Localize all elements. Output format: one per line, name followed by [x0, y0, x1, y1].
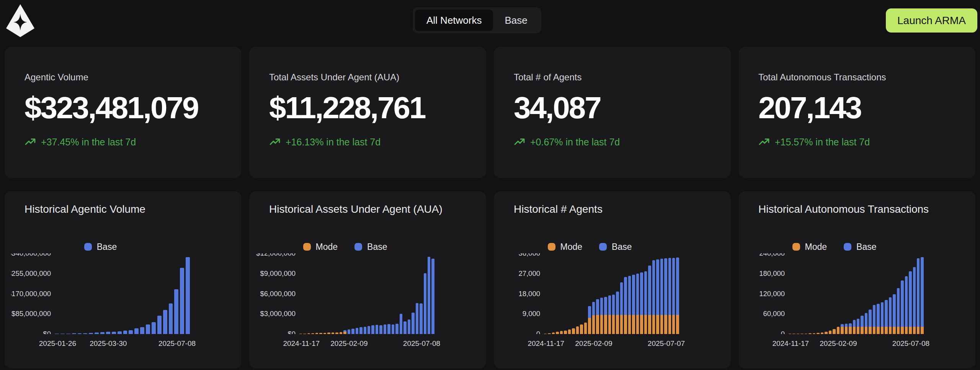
- bar[interactable]: [656, 253, 659, 334]
- bar[interactable]: [624, 253, 627, 334]
- bar[interactable]: [668, 253, 671, 334]
- bar[interactable]: [152, 253, 156, 334]
- bar[interactable]: [186, 253, 190, 334]
- giza-logo[interactable]: [6, 4, 35, 37]
- bar[interactable]: [60, 253, 65, 334]
- bar[interactable]: [95, 253, 99, 334]
- bar[interactable]: [416, 253, 418, 334]
- bar[interactable]: [837, 253, 840, 334]
- bar[interactable]: [805, 253, 807, 334]
- bar[interactable]: [359, 253, 362, 334]
- bar[interactable]: [829, 253, 831, 334]
- bar[interactable]: [861, 253, 863, 334]
- legend-item-mode[interactable]: Mode: [548, 242, 583, 252]
- bar[interactable]: [664, 253, 667, 334]
- bar[interactable]: [917, 253, 920, 334]
- bar[interactable]: [72, 253, 76, 334]
- bar[interactable]: [169, 253, 173, 334]
- bar[interactable]: [140, 253, 144, 334]
- bar[interactable]: [576, 253, 579, 334]
- bar[interactable]: [620, 253, 623, 334]
- bar[interactable]: [348, 253, 350, 334]
- bars-area[interactable]: [540, 253, 679, 334]
- bar[interactable]: [604, 253, 607, 334]
- bar[interactable]: [112, 253, 116, 334]
- bar[interactable]: [825, 253, 827, 334]
- bar[interactable]: [841, 253, 843, 334]
- bar[interactable]: [905, 253, 908, 334]
- bar[interactable]: [660, 253, 663, 334]
- bar[interactable]: [676, 253, 679, 334]
- legend-item-mode[interactable]: Mode: [303, 242, 338, 252]
- bar[interactable]: [100, 253, 105, 334]
- bar[interactable]: [817, 253, 819, 334]
- bar[interactable]: [909, 253, 911, 334]
- bars-area[interactable]: [51, 253, 190, 334]
- bar[interactable]: [356, 253, 358, 334]
- bar[interactable]: [628, 253, 631, 334]
- bar[interactable]: [387, 253, 390, 334]
- bar[interactable]: [83, 253, 87, 334]
- bar[interactable]: [548, 253, 550, 334]
- bar[interactable]: [106, 253, 110, 334]
- bar[interactable]: [568, 253, 571, 334]
- bar[interactable]: [323, 253, 326, 334]
- bar[interactable]: [412, 253, 414, 334]
- legend-item-mode[interactable]: Mode: [792, 242, 827, 252]
- bar[interactable]: [588, 253, 591, 334]
- bar[interactable]: [592, 253, 595, 334]
- bar[interactable]: [893, 253, 895, 334]
- bar[interactable]: [873, 253, 875, 334]
- bar[interactable]: [849, 253, 851, 334]
- bar[interactable]: [913, 253, 916, 334]
- bar[interactable]: [640, 253, 643, 334]
- bar[interactable]: [564, 253, 567, 334]
- toggle-option-base[interactable]: Base: [493, 10, 539, 31]
- bar[interactable]: [584, 253, 587, 334]
- bar[interactable]: [808, 253, 811, 334]
- bar[interactable]: [821, 253, 823, 334]
- legend-item-base[interactable]: Base: [844, 242, 876, 252]
- bar[interactable]: [327, 253, 330, 334]
- bar[interactable]: [303, 253, 306, 334]
- bar[interactable]: [157, 253, 162, 334]
- bar[interactable]: [428, 253, 430, 334]
- bar[interactable]: [89, 253, 93, 334]
- bar[interactable]: [572, 253, 575, 334]
- bar[interactable]: [343, 253, 346, 334]
- bar[interactable]: [897, 253, 900, 334]
- bar[interactable]: [299, 253, 302, 334]
- bar[interactable]: [384, 253, 386, 334]
- bar[interactable]: [371, 253, 374, 334]
- bar[interactable]: [78, 253, 82, 334]
- bar[interactable]: [797, 253, 799, 334]
- bar[interactable]: [420, 253, 422, 334]
- bar[interactable]: [335, 253, 338, 334]
- bar[interactable]: [869, 253, 871, 334]
- bar[interactable]: [857, 253, 859, 334]
- bar[interactable]: [332, 253, 334, 334]
- bar[interactable]: [600, 253, 603, 334]
- bar[interactable]: [608, 253, 611, 334]
- bar[interactable]: [351, 253, 354, 334]
- bar[interactable]: [392, 253, 394, 334]
- bar[interactable]: [307, 253, 310, 334]
- bar[interactable]: [580, 253, 583, 334]
- bars-area[interactable]: [296, 253, 434, 334]
- launch-arma-button[interactable]: Launch ARMA: [886, 8, 977, 33]
- legend-item-base[interactable]: Base: [84, 242, 117, 252]
- bar[interactable]: [813, 253, 815, 334]
- legend-item-base[interactable]: Base: [599, 242, 632, 252]
- bar[interactable]: [853, 253, 856, 334]
- bar[interactable]: [616, 253, 619, 334]
- bar[interactable]: [340, 253, 342, 334]
- bar[interactable]: [400, 253, 402, 334]
- bar[interactable]: [612, 253, 615, 334]
- bar[interactable]: [315, 253, 318, 334]
- bar[interactable]: [632, 253, 635, 334]
- bar[interactable]: [424, 253, 426, 334]
- bar[interactable]: [889, 253, 892, 334]
- bar[interactable]: [644, 253, 647, 334]
- bar[interactable]: [66, 253, 70, 334]
- bar[interactable]: [921, 253, 923, 334]
